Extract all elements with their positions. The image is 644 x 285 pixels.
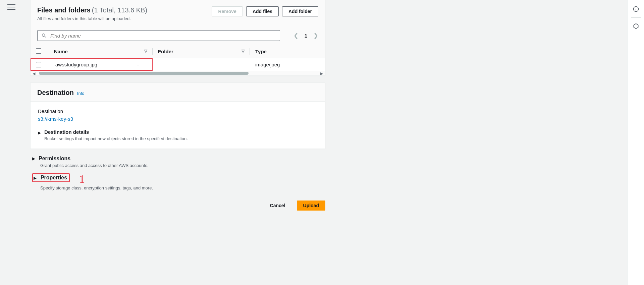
svg-point-2 (636, 7, 636, 8)
row-checkbox[interactable] (36, 62, 41, 67)
col-name[interactable]: Name▽ (49, 45, 153, 58)
hex-icon[interactable] (632, 22, 640, 31)
annotation-marker-1: 1 (79, 173, 85, 185)
files-table: Name▽ Folder▽ Type awsstudygroup.jpg - (31, 45, 325, 71)
caret-right-icon: ▶ (38, 130, 41, 135)
nav-toggle[interactable] (7, 3, 15, 11)
sort-icon: ▽ (144, 49, 147, 53)
cell-name: awsstudygroup.jpg (55, 62, 137, 67)
destination-details-expander[interactable]: ▶ Destination details Bucket settings th… (38, 129, 318, 141)
destination-panel: Destination Info Destination s3://kms-ke… (30, 82, 325, 149)
select-all-checkbox[interactable] (36, 48, 41, 54)
pager-prev[interactable]: ❮ (293, 32, 299, 39)
footer-actions: Cancel Upload (30, 194, 325, 224)
scroll-right-icon[interactable]: ▶ (320, 71, 323, 76)
col-type[interactable]: Type (250, 45, 325, 58)
destination-details-desc: Bucket settings that impact new objects … (44, 136, 188, 141)
destination-link[interactable]: s3://kms-key-s3 (38, 116, 73, 122)
properties-desc: Specify storage class, encryption settin… (40, 185, 325, 190)
col-select (31, 45, 49, 58)
svg-point-4 (42, 34, 45, 37)
cell-type: image/jpeg (250, 58, 325, 71)
cell-folder: - (137, 62, 147, 67)
pager-page: 1 (305, 33, 307, 39)
files-count: (1 Total, 113.6 KB) (92, 6, 147, 14)
svg-line-5 (45, 36, 46, 37)
permissions-title: Permissions (39, 156, 70, 162)
svg-marker-3 (634, 24, 638, 29)
search-input[interactable] (50, 33, 276, 39)
add-files-button[interactable]: Add files (246, 6, 279, 16)
destination-field-label: Destination (38, 108, 318, 114)
table-hscroll[interactable]: ◀ ▶ (31, 71, 325, 75)
search-input-wrapper[interactable] (37, 30, 280, 41)
properties-title: Properties (41, 175, 67, 180)
files-desc: All files and folders in this table will… (37, 16, 147, 21)
col-folder[interactable]: Folder▽ (153, 45, 250, 58)
scroll-left-icon[interactable]: ◀ (33, 71, 35, 76)
properties-expander[interactable]: ▶ Properties 1 Specify storage class, en… (32, 171, 325, 190)
permissions-expander[interactable]: ▶ Permissions Grant public access and ac… (32, 156, 325, 168)
scroll-thumb[interactable] (39, 72, 249, 75)
destination-info-link[interactable]: Info (77, 91, 85, 96)
pager: ❮ 1 ❯ (293, 32, 318, 39)
table-row[interactable]: awsstudygroup.jpg - image/jpeg (31, 58, 325, 71)
info-icon[interactable] (632, 5, 640, 13)
help-rail (627, 0, 644, 285)
files-panel: Files and folders (1 Total, 113.6 KB) Al… (30, 0, 325, 76)
cancel-button[interactable]: Cancel (264, 201, 291, 211)
caret-right-icon: ▶ (34, 176, 37, 180)
files-title: Files and folders (37, 6, 91, 14)
destination-title: Destination (37, 89, 74, 96)
upload-button[interactable]: Upload (297, 201, 325, 211)
caret-right-icon: ▶ (32, 156, 35, 161)
sort-icon: ▽ (241, 49, 245, 53)
search-icon (41, 33, 47, 39)
pager-next[interactable]: ❯ (313, 32, 318, 39)
destination-details-title: Destination details (44, 129, 188, 135)
remove-button[interactable]: Remove (212, 6, 243, 16)
add-folder-button[interactable]: Add folder (282, 6, 318, 16)
permissions-desc: Grant public access and access to other … (40, 163, 325, 168)
